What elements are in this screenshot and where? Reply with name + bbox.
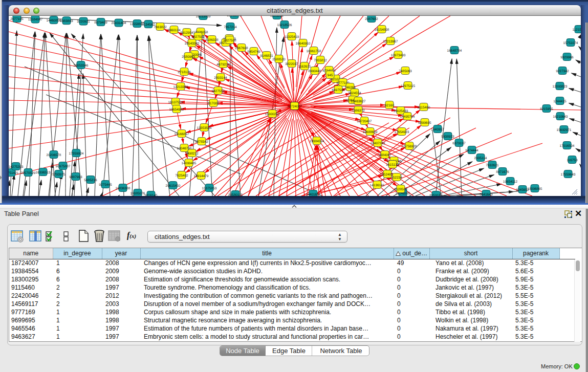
svg-text:14275203: 14275203: [9, 165, 24, 169]
svg-text:116753: 116753: [567, 159, 578, 162]
svg-text:11584847: 11584847: [28, 18, 43, 21]
svg-text:16154808: 16154808: [375, 28, 389, 32]
svg-text:14136141: 14136141: [370, 184, 385, 187]
svg-text:9115460: 9115460: [418, 106, 430, 110]
svg-text:20580115: 20580115: [228, 193, 243, 196]
svg-text:3220921: 3220921: [77, 20, 90, 24]
svg-text:12213369: 12213369: [173, 85, 188, 89]
svg-text:90975887: 90975887: [56, 165, 71, 168]
svg-text:9983893: 9983893: [60, 19, 73, 23]
svg-text:7955812: 7955812: [314, 59, 327, 62]
svg-text:19218526: 19218526: [277, 24, 292, 27]
svg-text:19463627: 19463627: [351, 100, 366, 103]
svg-text:17359924: 17359924: [69, 152, 84, 156]
svg-text:1244415: 1244415: [553, 100, 567, 103]
svg-text:16961758: 16961758: [307, 50, 321, 53]
svg-text:9275445: 9275445: [99, 183, 112, 187]
svg-text:9146821: 9146821: [260, 54, 273, 58]
svg-text:2077105: 2077105: [10, 17, 24, 21]
svg-text:7386372: 7386372: [352, 109, 365, 113]
svg-text:7663822: 7663822: [154, 26, 167, 29]
svg-text:13353594: 13353594: [197, 126, 212, 130]
svg-text:17016504: 17016504: [560, 144, 575, 148]
svg-text:8471676: 8471676: [496, 170, 509, 174]
svg-text:14099485: 14099485: [182, 162, 197, 165]
svg-text:12213967: 12213967: [383, 40, 398, 43]
svg-text:7625402: 7625402: [175, 174, 188, 178]
svg-text:8215955: 8215955: [540, 107, 553, 111]
svg-text:9827502: 9827502: [191, 35, 205, 39]
svg-text:1640957: 1640957: [431, 128, 444, 132]
svg-text:152234: 152234: [391, 176, 402, 180]
svg-text:20031404: 20031404: [112, 21, 126, 25]
svg-text:20206578: 20206578: [47, 154, 61, 157]
svg-text:28053346: 28053346: [74, 64, 89, 68]
svg-text:10973493: 10973493: [391, 54, 406, 57]
svg-text:9227342: 9227342: [556, 70, 569, 73]
svg-text:17654923: 17654923: [395, 130, 409, 134]
svg-text:2935114: 2935114: [474, 157, 487, 160]
svg-text:22992872: 22992872: [227, 16, 242, 17]
svg-text:13720407: 13720407: [357, 120, 372, 123]
svg-text:14460856: 14460856: [47, 19, 61, 23]
svg-text:6899695: 6899695: [418, 121, 431, 125]
svg-text:8134562: 8134562: [142, 23, 155, 27]
svg-text:8079409: 8079409: [94, 21, 107, 25]
svg-text:2580963: 2580963: [182, 55, 195, 59]
svg-text:2803144: 2803144: [214, 76, 227, 80]
svg-text:8454749: 8454749: [247, 50, 260, 54]
svg-text:1615132: 1615132: [386, 163, 399, 167]
svg-text:3624554: 3624554: [348, 92, 361, 95]
svg-text:8912954: 8912954: [180, 31, 193, 35]
svg-text:12975115: 12975115: [401, 84, 416, 88]
svg-text:2588520: 2588520: [272, 58, 286, 61]
svg-text:12093823: 12093823: [553, 85, 568, 89]
svg-text:8813054: 8813054: [270, 16, 284, 18]
svg-text:4679214: 4679214: [216, 63, 230, 67]
svg-text:6379197: 6379197: [452, 142, 466, 145]
svg-text:2087682: 2087682: [365, 17, 378, 21]
svg-text:16640910: 16640910: [296, 42, 311, 46]
svg-text:5878342: 5878342: [195, 140, 208, 144]
svg-text:19085076: 19085076: [130, 192, 145, 195]
svg-text:11325419: 11325419: [285, 35, 299, 39]
svg-text:10688609: 10688609: [363, 130, 378, 134]
svg-text:10654112: 10654112: [503, 180, 518, 184]
svg-text:17751421: 17751421: [9, 171, 19, 175]
svg-text:19166857: 19166857: [175, 133, 189, 136]
svg-text:20615450: 20615450: [166, 184, 181, 188]
svg-text:2967608: 2967608: [235, 47, 248, 50]
svg-text:15300257: 15300257: [265, 113, 280, 116]
svg-text:19836388: 19836388: [116, 187, 130, 190]
svg-text:5641643: 5641643: [480, 193, 493, 196]
svg-text:7857214: 7857214: [224, 26, 237, 29]
svg-text:1162615: 1162615: [298, 65, 311, 69]
svg-text:19384554: 19384554: [310, 140, 324, 143]
svg-text:9827508: 9827508: [223, 39, 236, 42]
svg-text:16914479: 16914479: [194, 174, 209, 178]
svg-text:14401657: 14401657: [306, 193, 321, 196]
svg-text:6497508: 6497508: [332, 89, 345, 92]
svg-text:15756928: 15756928: [402, 145, 417, 148]
svg-text:15751074: 15751074: [563, 41, 578, 45]
svg-text:18407249: 18407249: [371, 142, 385, 145]
svg-text:3822037: 3822037: [285, 62, 298, 66]
svg-text:8990448: 8990448: [308, 70, 321, 73]
svg-text:8359183: 8359183: [429, 194, 443, 196]
svg-text:8186328: 8186328: [205, 38, 219, 42]
svg-text:1121513: 1121513: [573, 28, 581, 32]
svg-text:22570529: 22570529: [21, 171, 36, 175]
svg-text:16210643: 16210643: [553, 115, 568, 119]
svg-text:6128503: 6128503: [394, 188, 407, 191]
svg-text:945: 945: [328, 74, 333, 77]
svg-text:17559643: 17559643: [561, 173, 576, 177]
svg-text:9816145: 9816145: [144, 194, 158, 196]
svg-text:18724007: 18724007: [287, 105, 302, 108]
svg-text:9427552: 9427552: [211, 90, 225, 93]
svg-text:817008: 817008: [208, 102, 219, 105]
svg-text:14495794: 14495794: [400, 115, 415, 119]
svg-text:5793975: 5793975: [52, 173, 66, 177]
svg-text:9498212: 9498212: [185, 152, 199, 156]
svg-text:9887903: 9887903: [69, 176, 82, 179]
svg-text:19654982: 19654982: [169, 108, 184, 112]
